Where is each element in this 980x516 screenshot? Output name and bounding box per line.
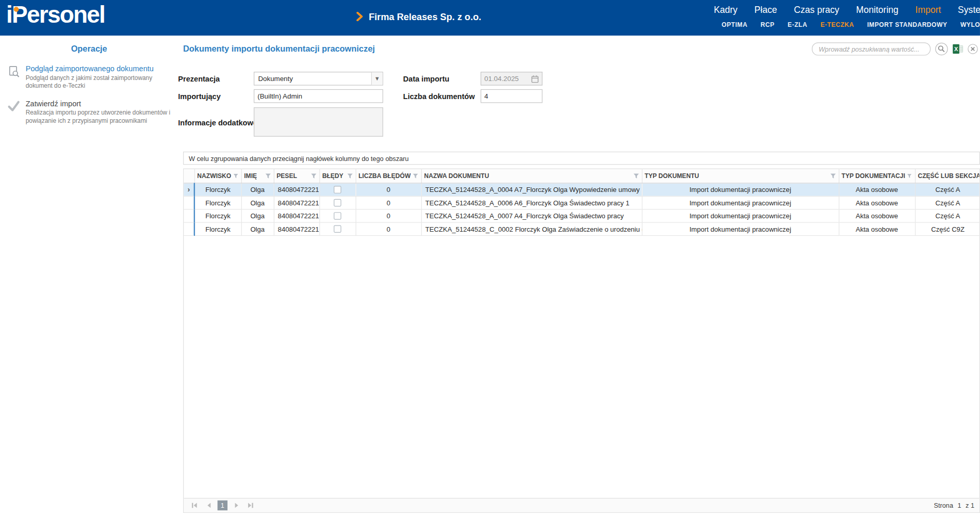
sidebar-title: Operacje — [0, 44, 178, 54]
column-header-nazwa-dokumentu[interactable]: NAZWA DOKUMENTU — [421, 169, 642, 183]
nav-system[interactable]: System — [958, 5, 980, 15]
cell-nazwisko: Florczyk — [194, 183, 241, 196]
errors-checkbox[interactable] — [334, 199, 341, 207]
nav-czas-pracy[interactable]: Czas pracy — [794, 5, 839, 15]
column-header-bledy[interactable]: BŁĘDY — [319, 169, 355, 183]
column-header-liczba-bledow[interactable]: LICZBA BŁĘDÓW — [355, 169, 421, 183]
logo-orange-dot-icon — [14, 7, 19, 12]
filter-icon[interactable] — [413, 173, 418, 179]
column-header-typ-dokumentu[interactable]: TYP DOKUMENTU — [642, 169, 839, 183]
close-button[interactable] — [968, 44, 978, 55]
sidebar-item-podglad-dokumentu[interactable]: Podgląd zaimportowanego dokumentu Podglą… — [8, 64, 176, 90]
cell-nazwisko: Florczyk — [194, 196, 241, 209]
header-row: NAZWISKO IMIĘ PESEL BŁĘDY LICZBA — [184, 169, 980, 183]
nav-kadry[interactable]: Kadry — [714, 5, 738, 15]
table-row[interactable]: FlorczykOlga840804722210TECZKA_51244528_… — [184, 222, 980, 235]
first-page-button[interactable] — [189, 501, 200, 510]
liczba-dokumentow-field: 4 — [481, 89, 543, 103]
last-page-button[interactable] — [245, 501, 256, 510]
search-icon — [935, 42, 948, 55]
table-row[interactable]: FlorczykOlga840804722210TECZKA_51244528_… — [184, 209, 980, 222]
cell-bledy — [319, 222, 355, 235]
app-window: iPersonel Firma Releases Sp. z o.o. Kadr… — [0, 0, 980, 516]
prezentacja-value: Dokumenty — [254, 75, 371, 83]
subnav-wyloguj[interactable]: WYLOGUJ — [960, 21, 980, 28]
page-info-label: Strona — [934, 502, 953, 509]
cell-nazwa: TECZKA_51244528_C_0002 Florczyk Olga Zaś… — [421, 222, 642, 235]
subnav-e-teczka[interactable]: E-TECZKA — [821, 21, 854, 28]
cell-pesel: 84080472221 — [274, 183, 319, 196]
cell-typ_dokumentu: Import dokumentacji pracowniczej — [642, 183, 839, 196]
operation-title[interactable]: Zatwierdź import — [26, 100, 176, 108]
page-info: Strona 1 z 1 — [934, 502, 975, 509]
prezentacja-select[interactable]: Dokumenty ▼ — [254, 72, 383, 86]
cell-czesc: Część A — [915, 196, 980, 209]
app-logo[interactable]: iPersonel — [6, 1, 105, 28]
importujacy-field[interactable]: (BuiltIn) Admin — [254, 89, 383, 103]
column-header-typ-dokumentacji[interactable]: TYP DOKUMENTACJI — [839, 169, 915, 183]
search-button[interactable] — [935, 42, 948, 55]
column-header-nazwisko[interactable]: NAZWISKO — [194, 169, 241, 183]
chevron-right-icon — [356, 12, 363, 21]
filter-icon[interactable] — [233, 173, 238, 179]
filter-icon[interactable] — [347, 173, 353, 179]
column-header-pesel[interactable]: PESEL — [274, 169, 319, 183]
filter-icon[interactable] — [265, 173, 271, 179]
table-row[interactable]: FlorczykOlga840804722210TECZKA_51244528_… — [184, 196, 980, 209]
prev-page-button[interactable] — [203, 501, 215, 510]
cell-nazwisko: Florczyk — [194, 209, 241, 222]
nav-monitoring[interactable]: Monitoring — [856, 5, 899, 15]
sidebar-item-zatwierdz-import[interactable]: Zatwierdź import Realizacja importu popr… — [8, 100, 176, 125]
errors-checkbox[interactable] — [334, 186, 341, 194]
cell-bledy — [319, 183, 355, 196]
company-name: Firma Releases Sp. z o.o. — [369, 11, 481, 22]
nav-place[interactable]: Płace — [755, 5, 777, 15]
operation-title[interactable]: Podgląd zaimportowanego dokumentu — [26, 64, 176, 73]
current-page-button[interactable]: 1 — [218, 501, 227, 510]
prezentacja-label: Prezentacja — [178, 75, 220, 84]
row-indicator — [184, 222, 194, 235]
logo-text: iPersonel — [6, 1, 105, 27]
subnav-e-zla[interactable]: E-ZLA — [788, 21, 807, 28]
cell-imie: Olga — [241, 183, 274, 196]
cell-liczba_bledow: 0 — [355, 196, 421, 209]
subnav-rcp[interactable]: RCP — [761, 21, 775, 28]
search-area: X — [812, 42, 978, 55]
data-importu-value: 01.04.2025 — [484, 75, 519, 83]
cell-nazwisko: Florczyk — [194, 222, 241, 235]
cell-typ_dokumentu: Import dokumentacji pracowniczej — [642, 209, 839, 222]
grid-body: ›FlorczykOlga840804722210TECZKA_51244528… — [184, 183, 980, 235]
group-by-panel[interactable]: W celu zgrupowania danych przeciągnij na… — [183, 152, 980, 165]
column-header-imie[interactable]: IMIĘ — [241, 169, 274, 183]
errors-checkbox[interactable] — [334, 212, 341, 220]
subnav-import-standardowy[interactable]: IMPORT STANDARDOWY — [867, 21, 947, 28]
filter-icon[interactable] — [830, 173, 836, 179]
filter-icon[interactable] — [907, 173, 912, 179]
errors-checkbox[interactable] — [334, 225, 341, 233]
company-selector[interactable]: Firma Releases Sp. z o.o. — [356, 11, 481, 22]
main-nav: Kadry Płace Czas pracy Monitoring Import… — [714, 5, 980, 15]
cell-imie: Olga — [241, 196, 274, 209]
cell-czesc: Część A — [915, 183, 980, 196]
data-importu-field: 01.04.2025 — [481, 72, 543, 86]
cell-typ_dokumentacji: Akta osobowe — [839, 209, 915, 222]
cell-imie: Olga — [241, 222, 274, 235]
cell-nazwa: TECZKA_51244528_A_0007 A4_Florczyk Olga … — [421, 209, 642, 222]
chevron-down-icon[interactable]: ▼ — [371, 72, 383, 85]
cell-nazwa: TECZKA_51244528_A_0004 A7_Florczyk Olga … — [421, 183, 642, 196]
next-page-button[interactable] — [231, 501, 242, 510]
importujacy-label: Importujący — [178, 92, 220, 101]
operation-desc: Realizacja importu poprzez utworzenie do… — [26, 109, 176, 125]
filter-icon[interactable] — [311, 173, 317, 179]
table-row[interactable]: ›FlorczykOlga840804722210TECZKA_51244528… — [184, 183, 980, 196]
export-excel-button[interactable]: X — [953, 44, 963, 55]
subnav-optima[interactable]: OPTIMA — [722, 21, 747, 28]
search-input[interactable] — [812, 42, 930, 55]
informacje-dodatkowe-textarea[interactable] — [254, 107, 383, 137]
operation-desc: Podgląd danych z jakimi został zaimporto… — [26, 74, 176, 90]
liczba-dokumentow-label: Liczba dokumentów — [403, 92, 475, 101]
filter-icon[interactable] — [633, 173, 639, 179]
nav-import[interactable]: Import — [916, 5, 941, 15]
column-header-czesc-lub-sekcja[interactable]: CZĘŚĆ LUB SEKCJA — [915, 169, 980, 183]
row-indicator — [184, 209, 194, 222]
